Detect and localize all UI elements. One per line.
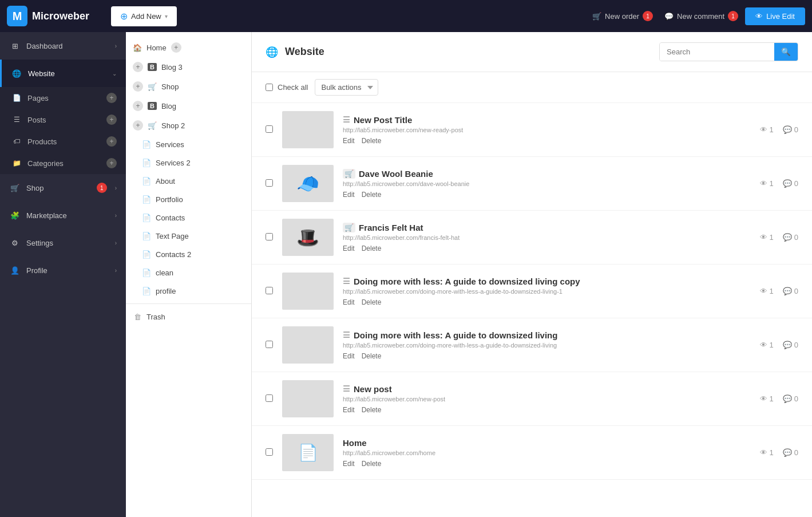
views-count: 1 [770,125,774,134]
edit-button-2[interactable]: Edit [343,191,355,199]
views-stat-3: 👁 1 [760,233,774,242]
add-new-button[interactable]: ⊕ Add New ▾ [111,6,177,26]
add-products-icon[interactable]: + [106,136,117,147]
search-button[interactable]: 🔍 [774,43,798,61]
chevron-right-icon: › [115,43,117,49]
item-checkbox-7[interactable] [266,448,273,457]
page-icon: 📄 [142,195,151,204]
delete-button-5[interactable]: Delete [362,352,382,360]
tree-item-label: About [156,177,175,186]
list-icon: ☰ [11,115,22,125]
views-stat-5: 👁 1 [760,341,774,349]
item-checkbox-3[interactable] [266,233,273,242]
comments-count: 0 [794,125,798,134]
search-input[interactable] [660,43,774,61]
new-order-badge: 1 [643,11,653,21]
sidebar-item-shop[interactable]: 🛒 Shop 1 › [0,174,126,202]
check-all-label[interactable]: Check all [266,83,308,92]
comments-count: 0 [794,448,798,457]
tree-item-label: Services [156,140,184,149]
tree-item-services2[interactable]: 📄 Services 2 [126,153,251,172]
item-url-2: http://lab5.microweber.com/dave-wool-bea… [343,180,751,187]
bulk-actions-select[interactable]: Bulk actions [315,79,378,96]
tree-item-home[interactable]: 🏠 Home + [126,38,251,57]
new-comment-badge: 1 [728,11,738,21]
sidebar-sub-item-pages[interactable]: 📄 Pages + [0,87,126,109]
tree-item-trash[interactable]: 🗑 Trash [126,307,251,326]
views-count: 1 [770,394,774,403]
delete-button-4[interactable]: Delete [362,298,382,306]
delete-button-7[interactable]: Delete [362,460,382,468]
add-shop2-icon[interactable]: + [133,120,143,131]
tree-item-label: Home [146,44,167,52]
edit-button-3[interactable]: Edit [343,244,355,252]
tree-item-services[interactable]: 📄 Services [126,135,251,153]
sidebar-item-dashboard[interactable]: ⊞ Dashboard › [0,32,126,60]
item-title-text: Doing more with less: A guide to downsiz… [354,330,557,340]
item-title-2: 🛒 Dave Wool Beanie [343,169,751,179]
item-checkbox-4[interactable] [266,287,273,296]
logo-icon: M [7,6,27,26]
item-stats-6: 👁 1 💬 0 [760,394,798,403]
item-checkbox-6[interactable] [266,394,273,404]
sidebar-item-settings[interactable]: ⚙ Settings › [0,229,126,256]
item-actions-6: Edit Delete [343,406,751,414]
item-checkbox-1[interactable] [266,125,273,135]
check-all-checkbox[interactable] [266,84,273,91]
item-actions-2: Edit Delete [343,191,751,199]
delete-button-2[interactable]: Delete [362,191,382,199]
edit-button-7[interactable]: Edit [343,460,355,468]
edit-button-6[interactable]: Edit [343,406,355,414]
tree-item-contacts[interactable]: 📄 Contacts [126,208,251,227]
list-item: ☰ Doing more with less: A guide to downs… [252,265,812,318]
tree-item-shop[interactable]: + 🛒 Shop [126,77,251,96]
edit-button-5[interactable]: Edit [343,352,355,360]
delete-button-1[interactable]: Delete [362,137,382,145]
edit-button-1[interactable]: Edit [343,137,355,145]
list-item: 📄 Home http://lab5.microweber.com/home E… [252,426,812,480]
comments-count: 0 [794,179,798,188]
item-checkbox-2[interactable] [266,179,273,188]
tree-item-shop2[interactable]: + 🛒 Shop 2 [126,116,251,135]
add-pages-icon[interactable]: + [106,93,117,103]
page-icon: 📄 [142,250,151,259]
tree-item-blog3[interactable]: + B Blog 3 [126,57,251,77]
sidebar-sub-item-products[interactable]: 🏷 Products + [0,131,126,152]
views-count: 1 [770,287,774,295]
content-panel: 🏠 Home + + B Blog 3 + 🛒 Shop + B Blog + [126,32,812,517]
tree-item-about[interactable]: 📄 About [126,172,251,190]
delete-button-3[interactable]: Delete [362,244,382,252]
sidebar-item-website[interactable]: 🌐 Website ⌄ [0,60,126,87]
add-home-icon[interactable]: + [171,42,181,53]
new-comment-action[interactable]: 💬 New comment 1 [664,11,738,21]
tree-item-text-page[interactable]: 📄 Text Page [126,227,251,245]
sidebar-item-profile[interactable]: 👤 Profile › [0,256,126,284]
add-shop-icon[interactable]: + [133,81,143,92]
sidebar-sub-item-categories[interactable]: 📁 Categories + [0,152,126,174]
add-blog3-icon[interactable]: + [133,62,143,72]
add-posts-icon[interactable]: + [106,115,117,125]
sidebar-sub-item-posts[interactable]: ☰ Posts + [0,109,126,131]
tree-item-profile[interactable]: 📄 profile [126,282,251,300]
tree-item-portfolio[interactable]: 📄 Portfolio [126,190,251,208]
main-content: 🌐 Website 🔍 Check all Bulk actions [252,32,812,517]
comments-count: 0 [794,233,798,242]
item-thumbnail-3: 🎩 [282,219,334,256]
item-actions-3: Edit Delete [343,244,751,252]
tree-item-clean[interactable]: 📄 clean [126,263,251,282]
tree-item-blog[interactable]: + B Blog [126,96,251,116]
live-edit-button[interactable]: 👁 Live Edit [745,7,805,25]
item-checkbox-5[interactable] [266,341,273,350]
tree-item-contacts2[interactable]: 📄 Contacts 2 [126,245,251,263]
add-blog-icon[interactable]: + [133,101,143,111]
edit-button-4[interactable]: Edit [343,298,355,306]
delete-button-6[interactable]: Delete [362,406,382,414]
sidebar-item-marketplace[interactable]: 🧩 Marketplace › [0,202,126,229]
topbar: M Microweber ⊕ Add New ▾ 🛒 New order 1 💬… [0,0,812,32]
page-icon: 📄 [142,176,151,186]
new-order-action[interactable]: 🛒 New order 1 [592,11,653,21]
comments-stat-6: 💬 0 [783,394,798,403]
comments-stat-5: 💬 0 [783,341,798,349]
item-title-1: ☰ New Post Title [343,115,751,125]
add-categories-icon[interactable]: + [106,158,117,168]
